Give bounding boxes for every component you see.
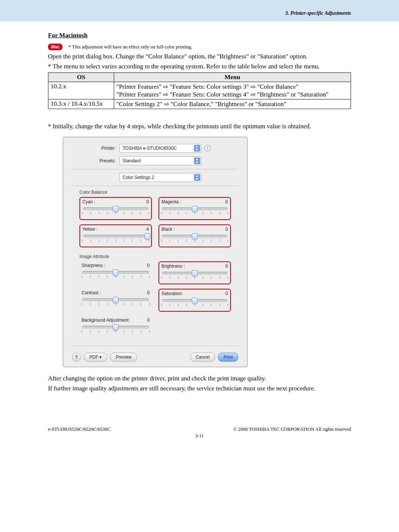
slider-yellow[interactable]: Yellow : 4 — [79, 224, 152, 247]
slider-thumb[interactable] — [192, 206, 198, 213]
info-icon[interactable]: ! — [204, 145, 211, 152]
slider-label: Sharpness : — [82, 263, 105, 268]
print-dialog: Printer: TOSHIBA e-STUDIO6530C ! Presets… — [63, 137, 248, 367]
slider-label: Black : — [161, 227, 175, 232]
pdf-button[interactable]: PDF ▾ — [84, 353, 107, 362]
slider-value: 0 — [147, 318, 150, 323]
section-title: For Macintosh — [48, 32, 351, 39]
preview-button[interactable]: Preview — [110, 353, 137, 362]
divider — [72, 186, 238, 186]
slider-value: 0 — [225, 227, 228, 232]
slider-thumb[interactable] — [192, 298, 198, 304]
slider-label: Background Adjustment: — [82, 318, 130, 323]
th-os: OS — [48, 72, 114, 82]
slider-saturation[interactable]: Saturation: 0 — [158, 289, 231, 312]
footer-left: e-STUDIO5520C/6520C/6530C — [48, 426, 110, 432]
pane-combo[interactable]: Color Settings 2 — [119, 173, 201, 182]
table-row: 10.2.x "Printer Features" ⇨ "Feature Set… — [48, 82, 351, 99]
slider-value: 0 — [225, 199, 228, 204]
slider-black[interactable]: Black : 0 — [158, 224, 231, 247]
cancel-button[interactable]: Cancel — [190, 353, 215, 362]
printer-combo[interactable]: TOSHIBA e-STUDIO6530C — [119, 144, 201, 153]
slider-label: Saturation: — [161, 291, 183, 296]
slider-label: Cyan : — [82, 199, 95, 204]
slider-sharpness[interactable]: Sharpness : 0 — [79, 261, 152, 284]
slider-thumb[interactable] — [113, 206, 119, 213]
th-menu: Menu — [114, 72, 351, 82]
slider-label: Magenta : — [161, 199, 181, 204]
slider-background[interactable]: Background Adjustment: 0 — [79, 316, 152, 338]
slider-value: 0 — [147, 263, 150, 268]
slider-cyan[interactable]: Cyan : 0 — [79, 197, 152, 220]
slider-value: 0 — [146, 199, 149, 204]
footer-page-number: 3-11 — [48, 433, 351, 439]
slider-label: Brightness : — [161, 264, 185, 269]
slider-thumb[interactable] — [113, 270, 119, 276]
slider-thumb[interactable] — [113, 297, 119, 304]
divider — [72, 169, 238, 169]
slider-thumb[interactable] — [144, 233, 150, 240]
chapter-label: 3. Printer-specific Adjustments — [285, 10, 351, 16]
chevron-updown-icon — [194, 157, 200, 164]
slider-brightness[interactable]: Brightness : 0 — [158, 261, 231, 284]
cell-os: 10.3.x / 10.4.x/10.5x — [48, 99, 114, 109]
slider-value: 0 — [225, 264, 228, 269]
chevron-updown-icon — [194, 174, 200, 181]
slider-label: Contrast : — [82, 290, 101, 295]
after-text-1: After changing the option on the printer… — [48, 375, 351, 383]
os-menu-table: OS Menu 10.2.x "Printer Features" ⇨ "Fea… — [48, 72, 351, 109]
cell-os: 10.2.x — [48, 82, 114, 99]
slider-value: 0 — [147, 290, 150, 295]
presets-label: Presets: — [72, 158, 119, 163]
footer-right: © 2008 TOSHIBA TEC CORPORATION All right… — [233, 426, 351, 432]
cell-menu: "Printer Features" ⇨ "Feature Sets: Colo… — [114, 82, 351, 99]
slider-value: 4 — [146, 227, 149, 232]
color-balance-label: Color Balance — [79, 190, 238, 195]
page-content: For Macintosh Mac * This adjustment will… — [0, 32, 399, 454]
chevron-updown-icon — [194, 145, 200, 152]
page-footer: e-STUDIO5520C/6520C/6530C © 2008 TOSHIBA… — [48, 426, 351, 432]
printer-value: TOSHIBA e-STUDIO6530C — [123, 146, 177, 151]
slider-magenta[interactable]: Magenta : 0 — [158, 197, 231, 220]
pane-value: Color Settings 2 — [123, 175, 154, 180]
intro-text: Open the print dialog box. Change the "C… — [48, 52, 351, 61]
menu-note-text: * The menu to select varies according to… — [48, 62, 351, 71]
presets-value: Standard — [123, 158, 141, 163]
help-button[interactable]: ? — [72, 353, 81, 362]
slider-thumb[interactable] — [113, 324, 119, 331]
step-note: * Initially, change the value by 4 steps… — [48, 122, 351, 131]
slider-value: 0 — [225, 291, 228, 296]
image-attribute-label: Image Attribute — [79, 254, 238, 259]
slider-contrast[interactable]: Contrast : 0 — [79, 289, 152, 312]
mac-note-row: Mac * This adjustment will have an effec… — [48, 44, 351, 50]
print-button[interactable]: Print — [218, 353, 238, 362]
mac-note: * This adjustment will have an effect on… — [68, 44, 192, 50]
presets-combo[interactable]: Standard — [119, 156, 201, 165]
table-row: 10.3.x / 10.4.x/10.5x "Color Settings 2"… — [48, 99, 351, 109]
after-text-2: If further image quality adjustments are… — [48, 384, 351, 393]
slider-thumb[interactable] — [192, 270, 198, 277]
mac-badge: Mac — [48, 44, 62, 50]
divider — [72, 346, 238, 346]
cell-menu: "Color Settings 2" ⇨ "Color Balance," "B… — [114, 99, 351, 109]
printer-label: Printer: — [72, 146, 119, 151]
slider-thumb[interactable] — [192, 233, 198, 240]
slider-label: Yellow : — [82, 227, 98, 232]
top-band: 3. Printer-specific Adjustments — [0, 0, 399, 21]
